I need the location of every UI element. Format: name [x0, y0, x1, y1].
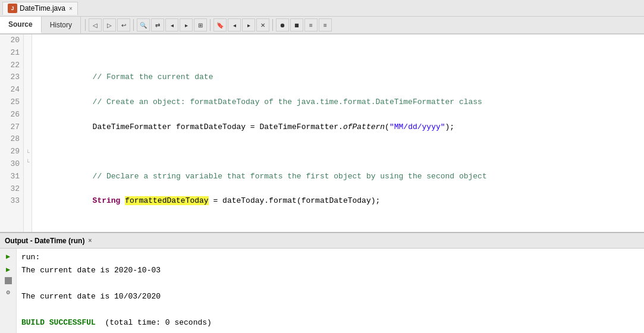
tb-stop-macro[interactable]: ⏹	[290, 18, 303, 32]
toolbar: ◁ ▷ ↩ 🔍 ⇄ ◂ ▸ ⊞ 🔖 ◂ ▸ ✕ ⏺ ⏹ ≡ ≡	[81, 17, 334, 33]
code-line-26: String formattedDateToday = dateToday.fo…	[37, 195, 639, 208]
toolbar-sep-4	[272, 19, 273, 31]
ln-22: 22	[4, 59, 20, 72]
toolbar-sep-3	[210, 19, 211, 31]
tab-history[interactable]: History	[42, 17, 81, 33]
highlight-formattedDateToday-1: formattedDateToday	[125, 196, 208, 205]
file-tab[interactable]: J DateTime.java ×	[2, 2, 78, 15]
code-line-27	[37, 220, 639, 232]
editor-area: 20 21 22 23 24 25 26 27 28 29 30 31 32 3…	[0, 34, 644, 232]
tb-last-edit[interactable]: ↩	[117, 18, 130, 32]
code-line-22: // Create an object: formatDateToday of …	[37, 96, 639, 109]
tb-run-macro[interactable]: ≡	[304, 18, 318, 32]
output-tab: Output - DateTime (run) ×	[5, 237, 92, 245]
tb-search[interactable]: 🔍	[137, 18, 150, 32]
output-body: ▶ ▶ ⚙ run: The current date is 2020-10-0…	[0, 249, 644, 333]
code-line-24	[37, 146, 639, 158]
method-ofPattern: ofPattern	[343, 122, 385, 131]
kw-string: String	[37, 196, 125, 205]
file-close-button[interactable]: ×	[69, 5, 73, 12]
filename: DateTime.java	[20, 4, 65, 12]
tab-source[interactable]: Source	[0, 17, 42, 33]
rerun-icon[interactable]: ▶	[3, 264, 14, 275]
tb-toggle-bookmark[interactable]: 🔖	[213, 18, 227, 32]
code-line-23: DateTimeFormatter formatDateToday = Date…	[37, 121, 639, 134]
ln-24: 24	[4, 84, 20, 96]
output-sidebar: ▶ ▶ ⚙	[0, 249, 17, 333]
output-panel: Output - DateTime (run) × ▶ ▶ ⚙ run: The…	[0, 232, 644, 333]
ln-29: 29	[4, 146, 20, 158]
tb-history-fwd[interactable]: ▷	[103, 18, 116, 32]
tb-replace[interactable]: ⇄	[151, 18, 164, 32]
comment-25: // Declare a string variable that format…	[37, 172, 487, 181]
ln-33: 33	[4, 195, 20, 208]
tb-clear-bookmarks[interactable]: ✕	[256, 18, 269, 32]
ln-31: 31	[4, 171, 20, 183]
run-icon[interactable]: ▶	[3, 251, 14, 262]
comment-22: // Create an object: formatDateToday of …	[37, 98, 482, 106]
config-icon[interactable]: ⚙	[3, 287, 14, 297]
tb-history-back[interactable]: ◁	[89, 18, 102, 32]
tb-find-next[interactable]: ▸	[180, 18, 193, 32]
title-bar: J DateTime.java ×	[0, 0, 644, 17]
code-line-25: // Declare a string variable that format…	[37, 171, 639, 183]
editor-tabs-bar: Source History ◁ ▷ ↩ 🔍 ⇄ ◂ ▸ ⊞ 🔖 ◂ ▸ ✕ ⏺…	[0, 17, 644, 34]
code-line-21: // Format the current date	[37, 71, 639, 84]
tb-find-prev[interactable]: ◂	[165, 18, 178, 32]
line-numbers: 20 21 22 23 24 25 26 27 28 29 30 31 32 3…	[0, 34, 24, 232]
ln-23: 23	[4, 71, 20, 84]
toolbar-sep-2	[133, 19, 134, 31]
tb-prev-bookmark[interactable]: ◂	[228, 18, 241, 32]
ln-27: 27	[4, 121, 20, 134]
tb-macro-menu[interactable]: ≡	[319, 18, 332, 32]
ln-28: 28	[4, 133, 20, 146]
ln-30: 30	[4, 158, 20, 171]
code-line-20	[37, 47, 639, 59]
ln-26: 26	[4, 109, 20, 121]
output-close-button[interactable]: ×	[88, 237, 92, 244]
ln-20: 20	[4, 34, 20, 47]
ln-25: 25	[4, 96, 20, 109]
ln-32: 32	[4, 183, 20, 196]
output-title: Output - DateTime (run)	[5, 237, 84, 245]
tb-next-bookmark[interactable]: ▸	[242, 18, 255, 32]
comment-21: // Format the current date	[37, 73, 213, 81]
ln-21: 21	[4, 47, 20, 59]
toolbar-sep-1	[85, 19, 86, 31]
output-header: Output - DateTime (run) ×	[0, 233, 644, 249]
tb-record-macro[interactable]: ⏺	[276, 18, 289, 32]
output-text: run: The current date is 2020-10-03 The …	[17, 249, 644, 333]
fold-gutter: └ └	[24, 34, 32, 232]
stop-icon[interactable]	[5, 277, 12, 284]
code-editor[interactable]: // Format the current date // Create an …	[32, 34, 644, 232]
tb-find-inc[interactable]: ⊞	[194, 18, 207, 32]
java-icon: J	[8, 4, 17, 13]
string-mmddyyyy: "MM/dd/yyyy"	[389, 122, 445, 131]
